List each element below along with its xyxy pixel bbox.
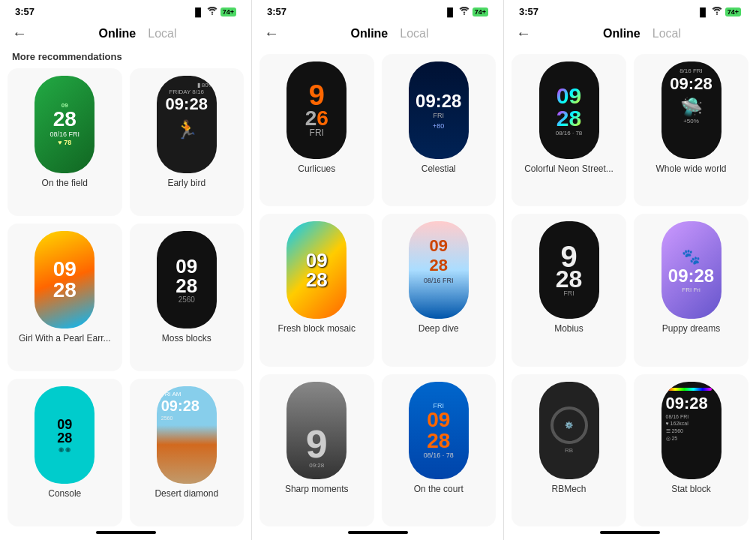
watch-label-desert-diamond: Desert diamond — [154, 488, 218, 499]
back-button-2[interactable]: ← — [264, 25, 279, 42]
tab-local-3[interactable]: Local — [652, 27, 681, 40]
back-button-1[interactable]: ← — [12, 25, 27, 42]
status-icons-3: ▐▌ 74+ — [697, 7, 741, 16]
status-icons-1: ▐▌ 74+ — [192, 7, 236, 16]
section-title-1: More recommendations — [0, 48, 251, 68]
watch-card-early-bird[interactable]: ▮ 80% FRIDAY 8/16 09:28 🏃 Early bird — [130, 68, 244, 216]
status-bar-3: 3:57 ▐▌ 74+ — [504, 0, 756, 20]
tab-online-3[interactable]: Online — [603, 27, 640, 40]
watch-label-girl-pearl: Girl With a Pearl Earr... — [19, 333, 111, 344]
watch-face-rbmech: ⚙️ RB — [539, 382, 599, 479]
wifi-icon-2 — [459, 7, 470, 16]
watch-face-colorful-neon: 09 28 08/16 · 78 — [539, 62, 599, 159]
nav-bar-1: ← Online Local — [0, 20, 251, 48]
home-indicator-1 — [96, 531, 156, 534]
nav-tabs-1: Online Local — [36, 27, 239, 40]
watch-face-whole-wide-world: 8/16 FRI 09:28 🛸 +50% — [662, 62, 722, 159]
watch-label-on-the-field: On the field — [42, 178, 88, 188]
battery-badge-3: 74+ — [725, 8, 741, 16]
watch-card-puppy-dreams[interactable]: 🐾 09:28 FRI Fri Puppy dreams — [634, 214, 748, 366]
back-button-3[interactable]: ← — [516, 25, 531, 42]
watch-label-deep-dive: Deep dive — [418, 323, 459, 334]
tab-online-2[interactable]: Online — [350, 27, 388, 40]
watch-card-fresh-block-mosaic[interactable]: 09 28 Fresh block mosaic — [260, 214, 374, 366]
watch-face-console: 09 28 ◉ ◉ — [34, 386, 94, 484]
watch-card-mobius[interactable]: 9 28 FRI Mobius — [512, 214, 626, 366]
watch-card-on-the-court[interactable]: FRI 09 28 08/16 · 78 On the court — [382, 374, 496, 526]
watch-face-curlicues: 9 26 FRI — [286, 62, 346, 159]
svg-point-0 — [212, 14, 213, 15]
watch-label-puppy-dreams: Puppy dreams — [662, 323, 720, 334]
status-bar-2: 3:57 ▐▌ 74+ — [252, 0, 503, 20]
watch-card-girl-pearl[interactable]: 09 28 Girl With a Pearl Earr... — [8, 224, 122, 371]
signal-icon-2: ▐▌ — [444, 8, 456, 16]
watch-card-moss-blocks[interactable]: 09 28 2560 Moss blocks — [130, 224, 244, 371]
battery-badge-2: 74+ — [472, 8, 488, 16]
home-indicator-3 — [600, 531, 660, 534]
svg-point-2 — [716, 14, 718, 15]
watch-face-sharp-moments: 9 09:28 — [286, 382, 346, 479]
watch-face-deep-dive: 09 28 08/16 FRI — [409, 221, 469, 319]
watch-grid-3: 09 28 08/16 · 78 Colorful Neon Street...… — [504, 54, 756, 526]
nav-bar-2: ← Online Local — [252, 20, 503, 48]
watch-label-colorful-neon: Colorful Neon Street... — [524, 164, 614, 174]
watch-face-moss-blocks: 09 28 2560 — [157, 231, 217, 328]
phone-panel-2: 3:57 ▐▌ 74+ ← Online Local 9 26 FRI Curl… — [252, 0, 504, 540]
watch-label-early-bird: Early bird — [167, 178, 206, 188]
watch-label-whole-wide-world: Whole wide world — [656, 164, 726, 174]
nav-tabs-3: Online Local — [540, 27, 744, 40]
watch-card-stat-block[interactable]: 09:28 08/16 FRI♥ 162kcal☰ 2560◎ 25 Stat … — [634, 374, 748, 526]
watch-label-console: Console — [48, 488, 81, 499]
watch-card-on-the-field[interactable]: 09 28 08/16 FRI ♥ 78 On the field — [8, 68, 122, 216]
watch-label-curlicues: Curlicues — [298, 164, 335, 174]
nav-bar-3: ← Online Local — [504, 20, 756, 48]
status-bar-1: 3:57 ▐▌ 74+ — [0, 0, 251, 20]
phone-panel-1: 3:57 ▐▌ 74+ ← Online Local More recommen… — [0, 0, 252, 540]
svg-point-1 — [464, 14, 465, 15]
watch-face-on-the-court: FRI 09 28 08/16 · 78 — [409, 382, 469, 479]
home-indicator-2 — [348, 531, 408, 534]
wifi-icon — [207, 7, 218, 16]
watch-face-on-the-field: 09 28 08/16 FRI ♥ 78 — [34, 76, 94, 173]
wifi-icon-3 — [712, 7, 722, 16]
phone-panel-3: 3:57 ▐▌ 74+ ← Online Local 09 28 08/16 ·… — [504, 0, 756, 540]
time-1: 3:57 — [15, 6, 34, 17]
watch-face-celestial: 09:28 FRI +80 — [409, 62, 469, 159]
watch-card-rbmech[interactable]: ⚙️ RB RBMech — [512, 374, 626, 526]
signal-icon-3: ▐▌ — [697, 8, 709, 16]
watch-label-celestial: Celestial — [422, 164, 456, 174]
watch-label-mobius: Mobius — [554, 323, 584, 334]
time-3: 3:57 — [519, 6, 538, 17]
watch-label-stat-block: Stat block — [671, 484, 711, 494]
time-2: 3:57 — [267, 6, 286, 17]
watch-card-console[interactable]: 09 28 ◉ ◉ Console — [8, 379, 122, 526]
watch-label-fresh-block-mosaic: Fresh block mosaic — [278, 323, 356, 334]
watch-card-desert-diamond[interactable]: FRI AM 09:28 2560 Desert diamond — [130, 379, 244, 526]
watch-card-deep-dive[interactable]: 09 28 08/16 FRI Deep dive — [382, 214, 496, 366]
watch-face-desert-diamond: FRI AM 09:28 2560 — [157, 386, 217, 484]
watch-label-rbmech: RBMech — [551, 484, 586, 494]
watch-label-on-the-court: On the court — [414, 484, 464, 494]
tab-online-1[interactable]: Online — [98, 27, 136, 40]
tab-local-2[interactable]: Local — [400, 27, 428, 40]
watch-card-celestial[interactable]: 09:28 FRI +80 Celestial — [382, 54, 496, 206]
watch-card-colorful-neon[interactable]: 09 28 08/16 · 78 Colorful Neon Street... — [512, 54, 626, 206]
tab-local-1[interactable]: Local — [148, 27, 176, 40]
status-icons-2: ▐▌ 74+ — [444, 7, 488, 16]
battery-badge-1: 74+ — [220, 8, 236, 16]
nav-tabs-2: Online Local — [288, 27, 491, 40]
watch-face-fresh-block-mosaic: 09 28 — [286, 221, 346, 319]
watch-card-whole-wide-world[interactable]: 8/16 FRI 09:28 🛸 +50% Whole wide world — [634, 54, 748, 206]
watch-face-stat-block: 09:28 08/16 FRI♥ 162kcal☰ 2560◎ 25 — [662, 382, 722, 479]
watch-face-puppy-dreams: 🐾 09:28 FRI Fri — [662, 221, 722, 319]
watch-grid-2: 9 26 FRI Curlicues 09:28 FRI +80 Celesti… — [252, 54, 503, 526]
watch-grid-1: 09 28 08/16 FRI ♥ 78 On the field ▮ 80% … — [0, 68, 251, 526]
watch-face-girl-pearl: 09 28 — [34, 231, 94, 328]
watch-card-curlicues[interactable]: 9 26 FRI Curlicues — [260, 54, 374, 206]
watch-card-sharp-moments[interactable]: 9 09:28 Sharp moments — [260, 374, 374, 526]
watch-face-mobius: 9 28 FRI — [539, 221, 599, 319]
watch-label-sharp-moments: Sharp moments — [285, 484, 349, 494]
watch-face-early-bird: ▮ 80% FRIDAY 8/16 09:28 🏃 — [157, 76, 217, 173]
watch-label-moss-blocks: Moss blocks — [162, 333, 212, 344]
signal-icon: ▐▌ — [192, 8, 204, 16]
